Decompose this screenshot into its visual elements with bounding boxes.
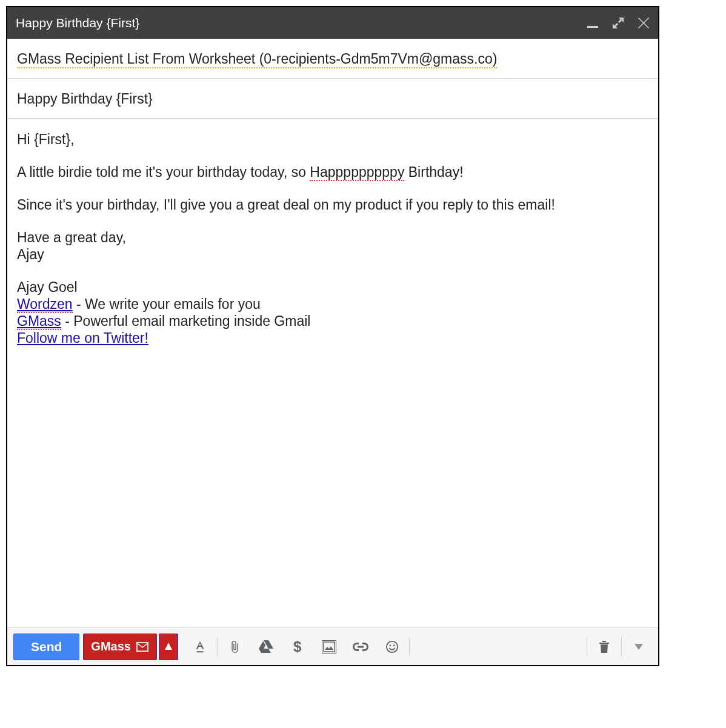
drive-button[interactable] [250, 634, 282, 660]
subject-text: Happy Birthday {First} [17, 91, 153, 107]
svg-point-4 [387, 641, 398, 652]
separator [217, 637, 218, 657]
body-paragraph-1: A little birdie told me it's your birthd… [17, 164, 648, 180]
gmass-link[interactable]: GMass [17, 313, 61, 330]
expand-icon[interactable] [612, 17, 624, 29]
insert-photo-button[interactable] [313, 634, 345, 660]
body-paragraph-2: Since it's your birthday, I'll give you … [17, 196, 648, 213]
body-signoff-line1: Have a great day, [17, 229, 648, 246]
message-body[interactable]: Hi {First}, A little birdie told me it's… [7, 119, 658, 627]
signature-line-1: Wordzen - We write your emails for you [17, 296, 648, 313]
recipient-chip[interactable]: GMass Recipient List From Worksheet (0-r… [17, 51, 497, 68]
emoji-button[interactable] [376, 634, 408, 660]
recipients-row[interactable]: GMass Recipient List From Worksheet (0-r… [7, 39, 658, 79]
formatting-button[interactable] [184, 634, 216, 660]
svg-point-6 [393, 644, 395, 646]
twitter-link[interactable]: Follow me on Twitter! [17, 330, 148, 346]
svg-rect-3 [324, 642, 335, 652]
compose-window: Happy Birthday {First} GMass Recipient L… [6, 6, 659, 666]
wordzen-link[interactable]: Wordzen [17, 296, 73, 313]
window-title: Happy Birthday {First} [16, 16, 587, 30]
signature-name: Ajay Goel [17, 279, 648, 296]
titlebar-controls [587, 17, 650, 29]
separator [621, 637, 622, 657]
body-signoff-line2: Ajay [17, 246, 648, 263]
up-arrow-icon [165, 643, 172, 651]
insert-link-button[interactable] [345, 634, 376, 660]
discard-button[interactable] [588, 634, 620, 660]
more-options-button[interactable] [623, 634, 654, 660]
separator [587, 637, 587, 657]
svg-text:$: $ [293, 640, 302, 654]
gmass-label: GMass [91, 640, 131, 654]
gmass-button[interactable]: GMass [83, 634, 157, 660]
signature-line-2: GMass - Powerful email marketing inside … [17, 313, 648, 329]
close-icon[interactable] [638, 17, 650, 29]
gmass-dropdown-button[interactable] [159, 634, 178, 660]
subject-field[interactable]: Happy Birthday {First} [7, 79, 658, 119]
gmass-envelope-icon [136, 641, 149, 652]
signature-block: Ajay Goel Wordzen - We write your emails… [17, 279, 648, 346]
body-greeting: Hi {First}, [17, 131, 648, 148]
signature-line-3: Follow me on Twitter! [17, 329, 648, 346]
attach-button[interactable] [219, 634, 250, 660]
svg-point-5 [389, 644, 391, 646]
spell-error: Happpppppppy [310, 164, 404, 181]
compose-toolbar: Send GMass $ [7, 627, 658, 665]
money-button[interactable]: $ [282, 634, 313, 660]
minimize-icon[interactable] [587, 17, 599, 29]
svg-rect-0 [587, 26, 598, 28]
titlebar: Happy Birthday {First} [7, 7, 658, 39]
separator [409, 637, 410, 657]
send-button[interactable]: Send [13, 634, 79, 660]
